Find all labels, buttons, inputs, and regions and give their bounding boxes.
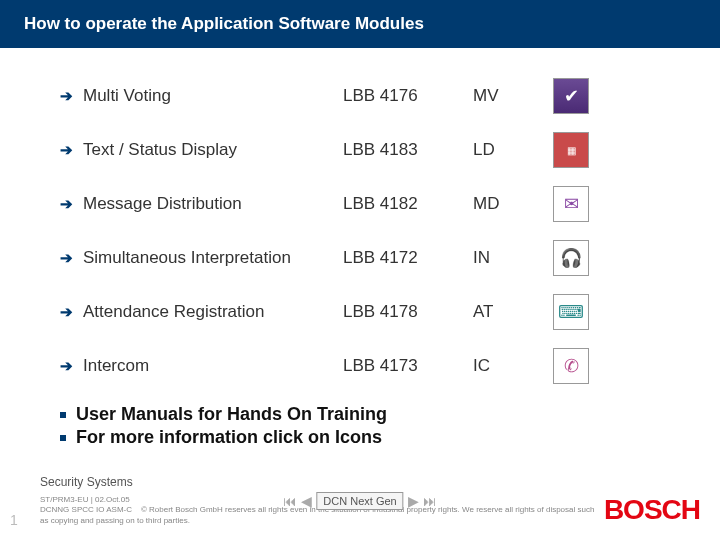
note-text: For more information click on Icons [76, 427, 382, 448]
module-code: LBB 4182 [343, 194, 473, 214]
module-name: Simultaneous Interpretation [83, 248, 343, 268]
module-row: ➔Simultaneous InterpretationLBB 4172IN🎧 [60, 240, 680, 276]
module-row: ➔Multi VotingLBB 4176MV✔ [60, 78, 680, 114]
at-icon[interactable]: ⌨ [553, 294, 589, 330]
module-code: LBB 4172 [343, 248, 473, 268]
notes-section: User Manuals for Hands On TrainingFor mo… [60, 404, 720, 448]
module-code: LBB 4176 [343, 86, 473, 106]
module-code: LBB 4183 [343, 140, 473, 160]
mv-icon[interactable]: ✔ [553, 78, 589, 114]
footer-ref2: DCNNG SPCC IO ASM-C [40, 505, 132, 514]
module-name: Multi Voting [83, 86, 343, 106]
module-name: Intercom [83, 356, 343, 376]
module-name: Attendance Registration [83, 302, 343, 322]
module-list: ➔Multi VotingLBB 4176MV✔➔Text / Status D… [0, 48, 720, 384]
nav-last-icon[interactable]: ⏭ [423, 493, 437, 509]
module-abbr: LD [473, 140, 553, 160]
module-row: ➔Message DistributionLBB 4182MD✉ [60, 186, 680, 222]
arrow-icon: ➔ [60, 249, 73, 267]
nav-first-icon[interactable]: ⏮ [283, 493, 297, 509]
module-name: Message Distribution [83, 194, 343, 214]
bullet-icon [60, 412, 66, 418]
module-row: ➔IntercomLBB 4173IC✆ [60, 348, 680, 384]
module-abbr: MD [473, 194, 553, 214]
module-abbr: MV [473, 86, 553, 106]
md-icon[interactable]: ✉ [553, 186, 589, 222]
module-name: Text / Status Display [83, 140, 343, 160]
arrow-icon: ➔ [60, 357, 73, 375]
ld-icon[interactable]: ▦ [553, 132, 589, 168]
module-abbr: AT [473, 302, 553, 322]
note-line: User Manuals for Hands On Training [60, 404, 720, 425]
arrow-icon: ➔ [60, 87, 73, 105]
in-icon[interactable]: 🎧 [553, 240, 589, 276]
ic-icon[interactable]: ✆ [553, 348, 589, 384]
slide-title: How to operate the Application Software … [0, 0, 720, 48]
dcn-badge: DCN Next Gen [316, 492, 403, 510]
note-text: User Manuals for Hands On Training [76, 404, 387, 425]
module-abbr: IC [473, 356, 553, 376]
module-abbr: IN [473, 248, 553, 268]
footer-ref1: ST/PRM3-EU | 02.Oct.05 [40, 495, 130, 504]
nav-prev-icon[interactable]: ◀ [301, 493, 312, 509]
nav-next-icon[interactable]: ▶ [408, 493, 419, 509]
arrow-icon: ➔ [60, 141, 73, 159]
arrow-icon: ➔ [60, 195, 73, 213]
note-line: For more information click on Icons [60, 427, 720, 448]
nav-controls: ⏮ ◀ DCN Next Gen ▶ ⏭ [283, 492, 436, 510]
module-code: LBB 4173 [343, 356, 473, 376]
arrow-icon: ➔ [60, 303, 73, 321]
footer: Security Systems ST/PRM3-EU | 02.Oct.05 … [0, 465, 720, 540]
bullet-icon [60, 435, 66, 441]
department-label: Security Systems [40, 475, 604, 491]
bosch-logo: BOSCH [604, 494, 700, 526]
module-row: ➔Text / Status DisplayLBB 4183LD▦ [60, 132, 680, 168]
module-row: ➔Attendance RegistrationLBB 4178AT⌨ [60, 294, 680, 330]
module-code: LBB 4178 [343, 302, 473, 322]
